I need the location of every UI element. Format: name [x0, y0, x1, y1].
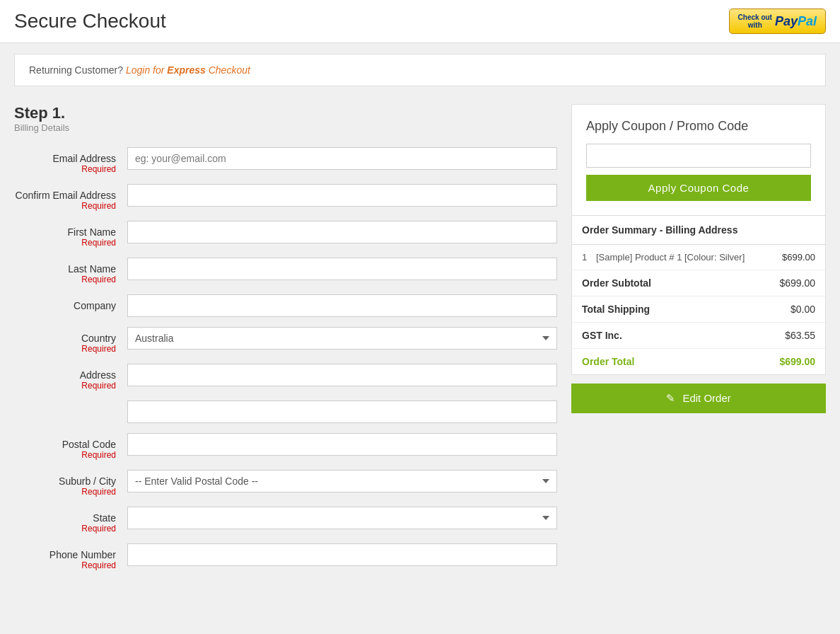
edit-order-label: Edit Order: [682, 392, 730, 404]
address-input[interactable]: [127, 364, 557, 386]
order-item-row: 1 [Sample] Product # 1 [Colour: Silver] …: [572, 245, 825, 270]
company-label: Company: [14, 294, 127, 311]
state-required: Required: [14, 524, 116, 534]
confirm-email-required: Required: [14, 201, 116, 211]
shipping-label: Total Shipping: [582, 304, 650, 315]
order-item-price: $699.00: [782, 252, 815, 263]
country-required: Required: [14, 344, 116, 354]
address2-input[interactable]: [127, 400, 557, 423]
subtotal-label: Order Subtotal: [582, 277, 651, 289]
suburb-select[interactable]: -- Enter Valid Postal Code --: [127, 470, 557, 492]
address-required: Required: [14, 381, 116, 391]
gst-row: GST Inc. $63.55: [572, 323, 825, 349]
state-select[interactable]: NSW VIC QLD WA SA: [127, 507, 557, 529]
page-title: Secure Checkout: [14, 10, 166, 33]
subtotal-value: $699.00: [779, 277, 815, 289]
order-total-row: Order Total $699.00: [572, 349, 825, 374]
postal-code-required: Required: [14, 450, 116, 460]
phone-label: Phone Number Required: [14, 543, 127, 570]
coupon-title: Apply Coupon / Promo Code: [586, 119, 811, 134]
first-name-input[interactable]: [127, 221, 557, 243]
email-input[interactable]: [127, 147, 557, 170]
address-label: Address Required: [14, 364, 127, 391]
order-item-qty: 1: [582, 252, 596, 263]
suburb-required: Required: [14, 487, 116, 497]
order-total-value: $699.00: [779, 356, 815, 367]
coupon-input[interactable]: [586, 144, 811, 168]
first-name-label: First Name Required: [14, 221, 127, 248]
country-label: Country Required: [14, 327, 127, 354]
suburb-label: Suburb / City Required: [14, 470, 127, 497]
email-label: Email Address Required: [14, 147, 127, 174]
last-name-required: Required: [14, 275, 116, 284]
order-item-name: [Sample] Product # 1 [Colour: Silver]: [596, 252, 782, 263]
paypal-checkout-button[interactable]: Check outwith PayPal: [729, 8, 826, 34]
last-name-input[interactable]: [127, 258, 557, 280]
shipping-row: Total Shipping $0.00: [572, 296, 825, 323]
state-label: State Required: [14, 507, 127, 534]
confirm-email-label: Confirm Email Address Required: [14, 184, 127, 211]
coupon-box: Apply Coupon / Promo Code Apply Coupon C…: [571, 104, 826, 216]
postal-code-label: Postal Code Required: [14, 433, 127, 460]
confirm-email-input[interactable]: [127, 184, 557, 207]
apply-coupon-button[interactable]: Apply Coupon Code: [586, 175, 811, 201]
returning-customer-bar: Returning Customer? Login for Express Ch…: [14, 54, 826, 86]
order-summary: Order Summary - Billing Address 1 [Sampl…: [571, 216, 826, 375]
company-input[interactable]: [127, 294, 557, 317]
gst-value: $63.55: [785, 330, 815, 341]
step-subtitle: Billing Details: [14, 122, 557, 133]
gst-label: GST Inc.: [582, 330, 622, 341]
last-name-label: Last Name Required: [14, 258, 127, 284]
shipping-value: $0.00: [791, 304, 815, 315]
phone-input[interactable]: [127, 543, 557, 566]
order-summary-header: Order Summary - Billing Address: [572, 216, 825, 245]
email-required: Required: [14, 164, 116, 174]
address2-label: [14, 400, 127, 406]
order-total-label: Order Total: [582, 356, 634, 367]
pencil-icon: ✎: [666, 392, 675, 404]
country-select[interactable]: Australia United States United Kingdom C…: [127, 327, 557, 350]
first-name-required: Required: [14, 238, 116, 248]
step-number: Step 1.: [14, 104, 557, 122]
order-subtotal-row: Order Subtotal $699.00: [572, 270, 825, 296]
phone-required: Required: [14, 560, 116, 570]
returning-customer-text: Returning Customer?: [29, 64, 123, 76]
express-checkout-link[interactable]: Login for Express Checkout: [126, 64, 250, 76]
postal-code-input[interactable]: [127, 433, 557, 456]
edit-order-button[interactable]: ✎ Edit Order: [571, 384, 826, 413]
